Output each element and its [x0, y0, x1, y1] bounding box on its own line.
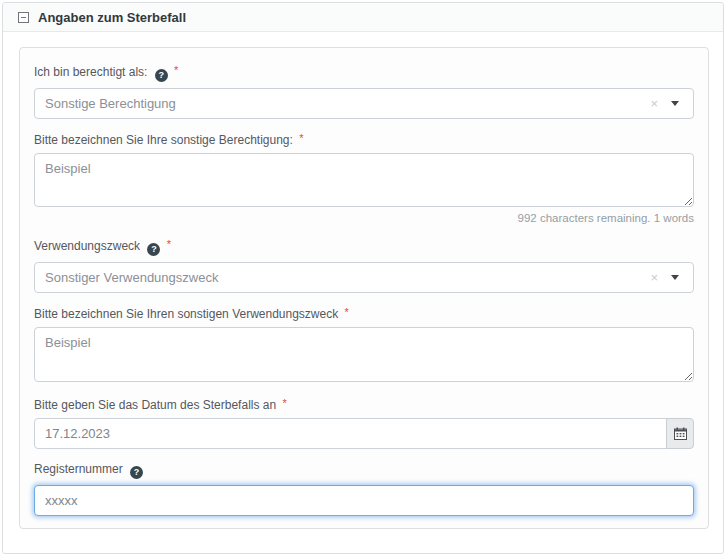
- sonstiger-verwendungszweck-textarea[interactable]: Beispiel: [34, 327, 694, 382]
- field-registernummer: Registernummer ?: [34, 462, 694, 516]
- panel-header-toggle[interactable]: Angaben zum Sterbefall: [3, 3, 723, 32]
- field-label: Verwendungszweck ? *: [34, 239, 694, 256]
- label-text: Verwendungszweck: [34, 239, 140, 253]
- field-sonstige-berechtigung: Bitte bezeichnen Sie Ihre sonstige Berec…: [34, 133, 694, 225]
- label-text: Registernummer: [34, 462, 123, 476]
- field-verwendungszweck: Verwendungszweck ? * Sonstiger Verwendun…: [34, 239, 694, 293]
- form-fieldset: Ich bin berechtigt als: ? * Sonstige Ber…: [19, 47, 709, 529]
- label-text: Ich bin berechtigt als:: [34, 65, 147, 79]
- registernummer-input[interactable]: [34, 485, 694, 516]
- help-icon[interactable]: ?: [147, 243, 160, 256]
- caret-down-icon: [671, 275, 679, 280]
- select-value: Sonstige Berechtigung: [45, 96, 650, 111]
- label-text: Bitte bezeichnen Sie Ihre sonstige Berec…: [34, 133, 293, 147]
- sterbefall-panel: Angaben zum Sterbefall Ich bin berechtig…: [2, 2, 724, 554]
- sonstige-berechtigung-textarea[interactable]: Beispiel: [34, 153, 694, 207]
- date-input-group: [34, 418, 694, 449]
- field-label: Bitte geben Sie das Datum des Sterbefall…: [34, 398, 694, 412]
- panel-title: Angaben zum Sterbefall: [38, 10, 186, 25]
- field-label: Ich bin berechtigt als: ? *: [34, 65, 694, 82]
- clear-icon[interactable]: ×: [650, 97, 658, 110]
- collapse-minus-icon[interactable]: [18, 12, 29, 23]
- required-asterisk: *: [345, 306, 349, 318]
- help-icon[interactable]: ?: [155, 69, 168, 82]
- help-icon[interactable]: ?: [130, 466, 143, 479]
- field-label: Registernummer ?: [34, 462, 694, 479]
- berechtigt-als-select[interactable]: Sonstige Berechtigung ×: [34, 88, 694, 119]
- verwendungszweck-select[interactable]: Sonstiger Verwendungszweck ×: [34, 262, 694, 293]
- required-asterisk: *: [283, 397, 287, 409]
- label-text: Bitte geben Sie das Datum des Sterbefall…: [34, 398, 276, 412]
- required-asterisk: *: [167, 238, 171, 250]
- required-asterisk: *: [174, 64, 178, 76]
- calendar-button[interactable]: [666, 418, 694, 449]
- clear-icon[interactable]: ×: [650, 271, 658, 284]
- select-value: Sonstiger Verwendungszweck: [45, 270, 650, 285]
- sterbedatum-input[interactable]: [34, 418, 667, 449]
- calendar-icon: [674, 427, 687, 440]
- required-asterisk: *: [299, 132, 303, 144]
- field-sterbedatum: Bitte geben Sie das Datum des Sterbefall…: [34, 398, 694, 449]
- field-label: Bitte bezeichnen Sie Ihren sonstigen Ver…: [34, 307, 694, 321]
- characters-remaining-counter: 992 characters remaining. 1 words: [34, 211, 694, 225]
- field-sonstiger-verwendungszweck: Bitte bezeichnen Sie Ihren sonstigen Ver…: [34, 307, 694, 382]
- field-berechtigt-als: Ich bin berechtigt als: ? * Sonstige Ber…: [34, 65, 694, 119]
- label-text: Bitte bezeichnen Sie Ihren sonstigen Ver…: [34, 307, 338, 321]
- field-label: Bitte bezeichnen Sie Ihre sonstige Berec…: [34, 133, 694, 147]
- panel-body: Ich bin berechtigt als: ? * Sonstige Ber…: [3, 32, 723, 529]
- caret-down-icon: [671, 101, 679, 106]
